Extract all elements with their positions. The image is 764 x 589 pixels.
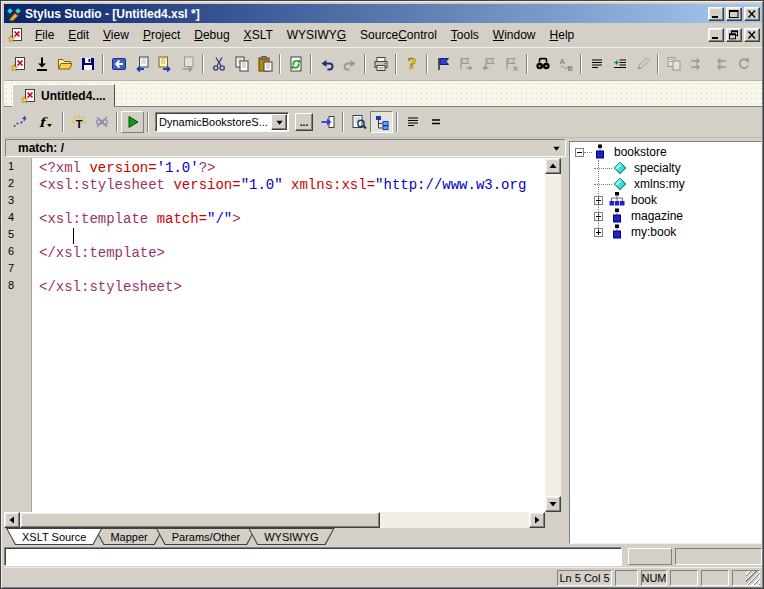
menu-help[interactable]: Help	[543, 25, 582, 45]
tree-view-icon	[374, 114, 390, 130]
open-folder-button[interactable]	[53, 53, 76, 75]
save-button[interactable]	[76, 53, 99, 75]
highlight-button[interactable]: T	[67, 111, 90, 133]
minimize-button[interactable]	[708, 7, 724, 21]
replace-button: AB	[554, 53, 577, 75]
tab-xslt-source[interactable]: XSLT Source	[6, 528, 102, 545]
print-button[interactable]	[369, 53, 392, 75]
indent-button[interactable]	[608, 53, 631, 75]
code-line[interactable]: </xsl:template>	[39, 245, 545, 262]
download-button[interactable]	[30, 53, 53, 75]
menu-file[interactable]: File	[28, 25, 61, 45]
find-button[interactable]	[531, 53, 554, 75]
menu-sourcecontrol[interactable]: SourceControl	[353, 25, 444, 45]
code-line[interactable]: <?xml version='1.0'?>	[39, 160, 545, 177]
flag-button[interactable]	[431, 53, 454, 75]
toolbar-separator	[62, 112, 64, 132]
scroll-up-button[interactable]	[545, 158, 561, 174]
tree-view-button[interactable]	[370, 111, 393, 133]
vertical-scrollbar[interactable]	[545, 158, 561, 512]
doc-back-button[interactable]	[130, 53, 153, 75]
tree-item-bookstore[interactable]: bookstore	[570, 144, 761, 160]
footer-panel-sunken	[675, 548, 762, 565]
horizontal-scrollbar[interactable]	[4, 512, 545, 528]
tree-connector-line	[598, 160, 599, 230]
menu-project[interactable]: Project	[136, 25, 187, 45]
scroll-right-button[interactable]	[529, 512, 545, 528]
new-stylesheet-button[interactable]	[7, 53, 30, 75]
doc-forward-button[interactable]	[153, 53, 176, 75]
scenario-combo[interactable]: DynamicBookstoreS...	[155, 112, 289, 132]
tab-params-other[interactable]: Params/Other	[156, 528, 256, 545]
mdi-restore-button[interactable]	[726, 28, 742, 42]
cut-button[interactable]	[207, 53, 230, 75]
combo-dropdown-button[interactable]	[271, 114, 287, 130]
main-toolbar: ?AB	[4, 47, 762, 81]
scenario-toolbar: fT DynamicBookstoreS... ...	[4, 107, 762, 138]
maximize-button[interactable]	[726, 7, 742, 21]
match-dropdown-button[interactable]	[548, 140, 565, 156]
equals-icon	[428, 114, 444, 130]
document-tab-untitled4[interactable]: Untitled4....	[12, 84, 115, 107]
refresh-icon	[288, 56, 304, 72]
sync-left-button	[708, 53, 731, 75]
backmap-button[interactable]	[8, 111, 31, 133]
code-line[interactable]	[39, 262, 545, 279]
resize-grip[interactable]	[746, 571, 760, 585]
justify-button[interactable]	[401, 111, 424, 133]
menu-edit[interactable]: Edit	[61, 25, 96, 45]
goto-scenario-button[interactable]	[316, 111, 339, 133]
function-icon: f	[37, 114, 53, 130]
code-line[interactable]	[39, 228, 545, 245]
justify-button[interactable]	[585, 53, 608, 75]
scroll-down-button[interactable]	[545, 496, 561, 512]
browse-scenario-button[interactable]: ...	[295, 113, 313, 131]
application-window: Stylus Studio - [Untitled4.xsl *] FileEd…	[0, 0, 764, 589]
code-line[interactable]: <xsl:template match="/">	[39, 211, 545, 228]
back-button[interactable]	[107, 53, 130, 75]
match-field[interactable]: match: /	[5, 139, 566, 157]
code-line[interactable]	[39, 194, 545, 211]
equals-button[interactable]	[424, 111, 447, 133]
menu-window[interactable]: Window	[486, 25, 543, 45]
tree-expander-minus[interactable]	[575, 148, 584, 157]
code-line[interactable]: <xsl:stylesheet version="1.0" xmlns:xsl=…	[39, 177, 545, 194]
bottom-tab-bar: XSLT SourceMapperParams/OtherWYSIWYG	[4, 528, 567, 547]
paste-button[interactable]	[253, 53, 276, 75]
toolbar-separator	[526, 54, 528, 74]
tab-label: XSLT Source	[22, 531, 86, 543]
toolbar-separator	[396, 112, 398, 132]
justify-icon	[405, 114, 421, 130]
horizontal-scroll-thumb[interactable]	[20, 512, 380, 528]
tab-mapper[interactable]: Mapper	[94, 528, 163, 545]
tab-wysiwyg[interactable]: WYSIWYG	[248, 528, 334, 545]
justify-icon	[589, 56, 605, 72]
menu-items: FileEditViewProjectDebugXSLTWYSIWYGSourc…	[28, 25, 581, 45]
help-button[interactable]: ?	[400, 53, 423, 75]
preview-button[interactable]	[347, 111, 370, 133]
menu-xslt[interactable]: XSLT	[237, 25, 280, 45]
footer-input[interactable]	[4, 547, 622, 566]
copy-button[interactable]	[230, 53, 253, 75]
mdi-minimize-button[interactable]	[708, 28, 724, 42]
function-button[interactable]: f	[31, 111, 59, 133]
code-line[interactable]: </xsl:stylesheet>	[39, 279, 545, 296]
run-button[interactable]	[121, 111, 144, 133]
syntax-check-button	[631, 53, 654, 75]
menu-debug[interactable]: Debug	[187, 25, 236, 45]
editor-code[interactable]: <?xml version='1.0'?><xsl:stylesheet ver…	[32, 158, 545, 512]
menu-view[interactable]: View	[96, 25, 136, 45]
toolbar-separator	[426, 54, 428, 74]
close-button[interactable]	[744, 7, 760, 21]
line-number: 5	[8, 228, 31, 245]
doc-sync-icon	[180, 56, 196, 72]
menu-wysiwyg[interactable]: WYSIWYG	[280, 25, 353, 45]
undo-button[interactable]	[315, 53, 338, 75]
scenario-toolbar-right	[316, 111, 447, 133]
mdi-close-button[interactable]	[744, 28, 760, 42]
menu-bar: FileEditViewProjectDebugXSLTWYSIWYGSourc…	[4, 23, 762, 47]
refresh-button[interactable]	[284, 53, 307, 75]
document-tab-label: Untitled4....	[41, 89, 106, 103]
scroll-left-button[interactable]	[4, 512, 20, 528]
menu-tools[interactable]: Tools	[444, 25, 486, 45]
